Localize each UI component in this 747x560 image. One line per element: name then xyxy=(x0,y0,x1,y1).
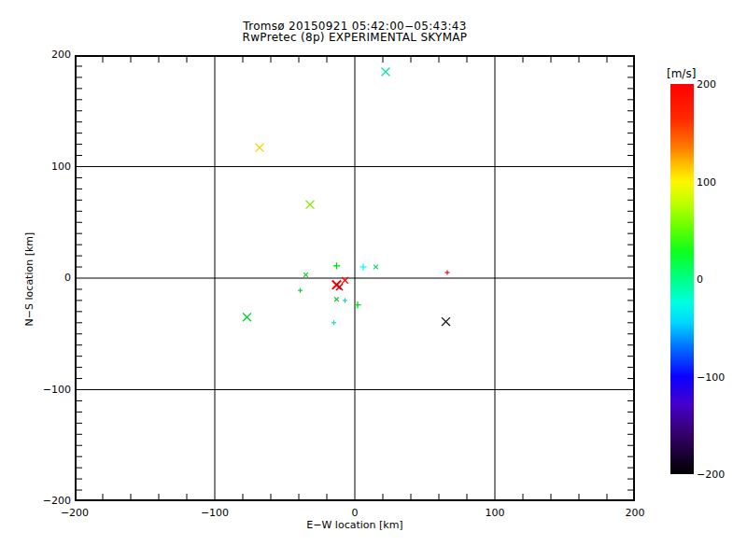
colorbar-tick-label: 0 xyxy=(697,273,743,286)
data-point xyxy=(360,264,366,270)
x-tick-label: 0 xyxy=(327,507,383,519)
plot-area xyxy=(75,55,635,501)
colorbar-tick-label: −200 xyxy=(697,469,743,481)
colorbar-tick-label: 100 xyxy=(697,176,743,189)
colorbar-tick-label: 200 xyxy=(697,78,743,91)
colorbar-tick-label: −100 xyxy=(697,371,743,384)
data-point xyxy=(306,201,314,208)
data-point xyxy=(304,273,308,276)
data-point xyxy=(445,271,449,274)
x-tick-label: −200 xyxy=(47,507,103,519)
y-tick-label: 100 xyxy=(0,161,71,173)
plot-title-line2: RwPretec (8p) EXPERIMENTAL SKYMAP xyxy=(75,32,635,43)
data-point xyxy=(334,263,340,269)
y-axis-label: N−S location [km] xyxy=(23,232,35,327)
data-point xyxy=(299,288,303,292)
data-point xyxy=(256,144,263,151)
plot-title: Tromsø 20150921 05:42:00−05:43:43 RwPret… xyxy=(75,21,635,43)
y-tick-label: −100 xyxy=(0,384,71,396)
data-point xyxy=(332,321,336,325)
data-point xyxy=(374,265,378,269)
data-point xyxy=(443,318,450,326)
colorbar-units-label: [m/s] xyxy=(667,67,696,80)
data-point xyxy=(344,299,347,302)
data-point xyxy=(337,285,343,290)
y-tick-label: −200 xyxy=(0,495,71,507)
x-tick-label: 100 xyxy=(467,507,523,519)
data-point xyxy=(244,314,251,321)
data-point xyxy=(355,302,360,308)
skymap-figure: Tromsø 20150921 05:42:00−05:43:43 RwPret… xyxy=(0,0,747,560)
x-tick-label: 200 xyxy=(607,507,663,519)
data-point xyxy=(382,68,389,76)
data-point xyxy=(335,298,339,301)
colorbar-gradient xyxy=(670,84,694,474)
x-axis-label: E−W location [km] xyxy=(75,519,635,531)
y-tick-label: 200 xyxy=(0,49,71,61)
y-tick-label: 0 xyxy=(0,272,71,284)
x-tick-label: −100 xyxy=(187,507,243,519)
